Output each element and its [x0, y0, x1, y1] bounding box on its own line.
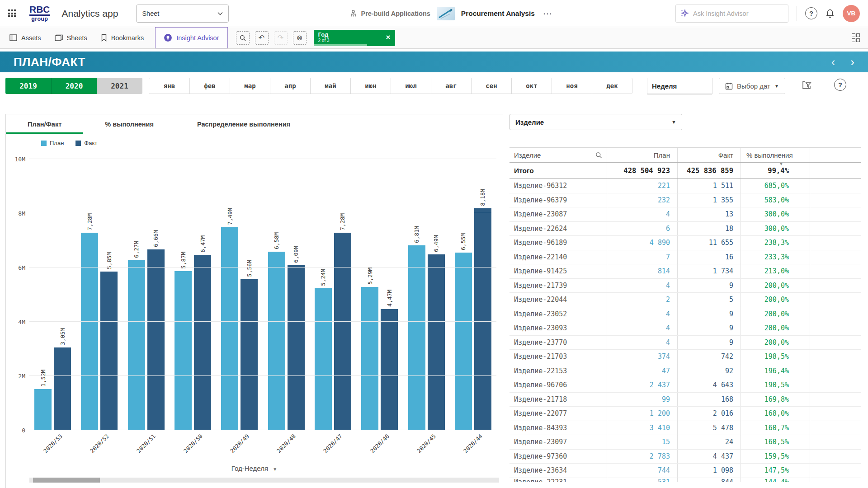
table-row[interactable]: Изделие-2204425200,0% [509, 293, 861, 307]
table-row[interactable]: Изделие-22231531844144,4% [509, 478, 861, 482]
month-filter-фев[interactable]: фев [189, 78, 230, 94]
app-launcher-icon[interactable] [8, 9, 16, 17]
bar-План-2020/45[interactable] [408, 245, 425, 430]
bar-Факт-2020/45[interactable] [428, 254, 445, 430]
column-header-product[interactable]: Изделие [509, 148, 607, 162]
column-header-fact[interactable]: Факт [677, 148, 741, 162]
bar-Факт-2020/51[interactable] [147, 249, 165, 430]
table-row[interactable]: Изделие-2173949200,0% [509, 279, 861, 293]
table-row[interactable]: Изделие-963122211 511685,0% [509, 179, 861, 193]
table-row[interactable]: Изделие-2309349200,0% [509, 321, 861, 336]
sheet-layout-icon[interactable] [852, 33, 860, 42]
x-axis-title[interactable]: Год-Неделя ▼ [6, 465, 503, 472]
table-row[interactable]: Изделие-236347441 098147,5% [509, 464, 861, 478]
bar-Факт-2020/53[interactable] [54, 347, 71, 430]
table-row[interactable]: Изделие-22140716233,3% [509, 250, 861, 265]
table-row[interactable]: Изделие-914258141 734213,0% [509, 264, 861, 279]
notifications-bell-icon[interactable] [826, 9, 835, 19]
tab-3[interactable]: Распределение выполнения [175, 114, 312, 134]
month-filter-сен[interactable]: сен [471, 78, 511, 94]
date-picker-button[interactable]: Выбор дат ▼ [719, 78, 785, 94]
chevron-down-icon [217, 12, 223, 15]
table-row[interactable]: Изделие-961894 89011 655238,3% [509, 236, 861, 250]
bar-План-2020/52[interactable] [81, 233, 98, 430]
month-filter-мар[interactable]: мар [230, 78, 270, 94]
year-filter-2019[interactable]: 2019 [5, 78, 51, 94]
clear-selections-button[interactable]: ⊗ [293, 31, 307, 45]
product-dimension-dropdown[interactable]: Изделие ▼ [509, 114, 682, 130]
week-filter[interactable]: Неделя [647, 78, 712, 94]
undo-selection-button[interactable]: ↶ [255, 31, 269, 45]
bar-План-2020/47[interactable] [315, 288, 332, 430]
more-options-icon[interactable]: ⋯ [541, 8, 555, 19]
bar-Факт-2020/52[interactable] [100, 272, 118, 430]
table-row[interactable]: Изделие-220771 2002 016168,0% [509, 407, 861, 421]
bar-Факт-2020/50[interactable] [194, 255, 211, 430]
bar-План-2020/51[interactable] [128, 260, 145, 430]
bar-Факт-2020/49[interactable] [241, 279, 258, 430]
insight-advisor-button[interactable]: Insight Advisor [155, 27, 227, 48]
selection-chip-year[interactable]: Год 2 of 3 × [314, 30, 395, 46]
smart-search-button[interactable] [236, 31, 250, 45]
bookmarks-button[interactable]: Bookmarks [94, 27, 151, 48]
bar-Факт-2020/47[interactable] [334, 233, 351, 430]
column-search-icon[interactable] [595, 152, 602, 159]
month-filter-май[interactable]: май [310, 78, 350, 94]
month-filter-авг[interactable]: авг [431, 78, 471, 94]
month-filter-апр[interactable]: апр [270, 78, 310, 94]
next-sheet-icon[interactable]: › [850, 56, 854, 68]
table-row[interactable]: Изделие-967062 4374 643190,5% [509, 378, 861, 393]
selections-tool-icon[interactable] [802, 80, 811, 90]
bar-План-2020/53[interactable] [34, 389, 52, 430]
column-header-plan[interactable]: План [607, 148, 677, 162]
previous-sheet-icon[interactable]: ‹ [831, 56, 835, 68]
assets-button[interactable]: Assets [3, 27, 48, 48]
scrollbar-thumb[interactable] [33, 478, 100, 483]
month-filter-окт[interactable]: окт [511, 78, 552, 94]
tab-2[interactable]: % выполнения [83, 114, 175, 134]
bar-План-2020/44[interactable] [455, 253, 472, 430]
tab-1[interactable]: План/Факт [6, 114, 83, 134]
sheet-selector[interactable]: Sheet [136, 5, 229, 23]
bar-План-2020/48[interactable] [268, 252, 285, 430]
bar-Факт-2020/48[interactable] [288, 265, 305, 430]
sheet-help-icon[interactable]: ? [834, 79, 846, 91]
bar-Факт-2020/44[interactable] [474, 208, 491, 430]
table-row[interactable]: Изделие-2377049200,0% [509, 336, 861, 350]
year-filter-2020[interactable]: 2020 [51, 78, 97, 94]
sheets-button[interactable]: Sheets [48, 27, 94, 48]
gridline-8M [29, 213, 496, 213]
insight-advisor-search[interactable] [675, 5, 788, 23]
bar-План-2020/50[interactable] [175, 271, 192, 430]
help-icon[interactable]: ? [805, 7, 817, 19]
month-filter-ноя[interactable]: ноя [552, 78, 592, 94]
month-filter-дек[interactable]: дек [592, 78, 632, 94]
month-filter-июл[interactable]: июл [391, 78, 431, 94]
table-row[interactable]: Изделие-22624618300,0% [509, 222, 861, 236]
table-row[interactable]: Изделие-23087413300,0% [509, 207, 861, 222]
table-row[interactable]: Изделие-221534792196,4% [509, 364, 861, 379]
table-row[interactable]: Изделие-963792321 355583,0% [509, 193, 861, 208]
month-filter-июн[interactable]: июн [350, 78, 391, 94]
table-row[interactable]: Изделие-21703374742198,5% [509, 350, 861, 364]
legend-item-План[interactable]: План [41, 140, 64, 146]
bar-Факт-2020/46[interactable] [381, 309, 398, 430]
table-row[interactable]: Изделие-230971524160,5% [509, 435, 861, 450]
chip-close-icon[interactable]: × [386, 33, 391, 41]
legend-item-Факт[interactable]: Факт [75, 140, 97, 146]
search-input[interactable] [693, 10, 774, 17]
table-row[interactable]: Изделие-2305249200,0% [509, 307, 861, 322]
table-row[interactable]: Изделие-843933 4105 478160,7% [509, 421, 861, 436]
bar-План-2020/46[interactable] [361, 287, 378, 430]
cell-plan: 744 [607, 464, 677, 478]
month-filter-янв[interactable]: янв [149, 78, 189, 94]
table-row[interactable]: Изделие-2171899168169,8% [509, 393, 861, 407]
table-row[interactable]: Изделие-973602 7834 437159,5% [509, 450, 861, 464]
prebuild-applications-button[interactable]: Pre-build Applications [349, 9, 430, 17]
app-thumbnail[interactable] [437, 7, 455, 20]
bar-План-2020/49[interactable] [221, 227, 238, 430]
column-header-pct[interactable]: % выполнения ▼ [741, 148, 810, 162]
year-filter-2021[interactable]: 2021 [97, 78, 142, 94]
chart-horizontal-scrollbar[interactable] [29, 478, 499, 483]
user-avatar[interactable]: VB [843, 5, 860, 22]
